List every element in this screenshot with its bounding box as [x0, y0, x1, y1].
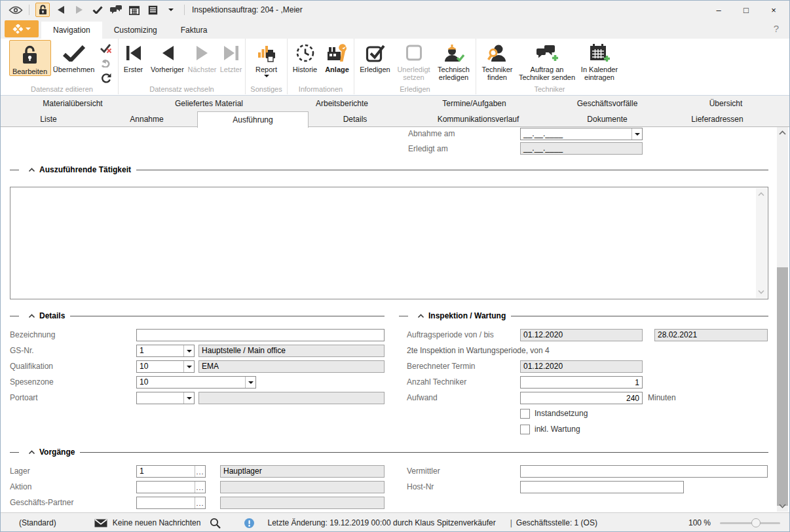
- tab-annahme[interactable]: Annahme: [96, 111, 197, 127]
- zoom-slider[interactable]: [720, 518, 780, 527]
- auftrag-senden-button[interactable]: Auftrag an Techniker senden: [516, 39, 578, 81]
- scrollbar-thumb[interactable]: [777, 267, 788, 506]
- messages-icon[interactable]: [109, 3, 123, 17]
- inkl-wartung-checkbox[interactable]: [520, 425, 530, 434]
- more-commands-icon[interactable]: [164, 3, 178, 17]
- abnahme-dropdown-button[interactable]: [631, 128, 642, 140]
- qualifikation-value: 10: [137, 361, 183, 372]
- vertical-scrollbar[interactable]: [777, 127, 788, 512]
- tab-uebersicht[interactable]: Übersicht: [677, 96, 775, 111]
- calendar-icon[interactable]: [127, 3, 141, 17]
- tab-geschaeftsvorfaelle[interactable]: Geschäftsvorfälle: [538, 96, 677, 111]
- kalender-eintragen-label: In Kalender eintragen: [578, 66, 621, 81]
- bearbeiten-button[interactable]: Bearbeiten: [9, 40, 51, 76]
- abnahme-am-label: Abnahme am: [408, 128, 455, 140]
- scrollbar-up-icon[interactable]: [779, 130, 786, 136]
- partner-browse-button[interactable]: ...: [195, 497, 205, 508]
- tab-arbeitsberichte[interactable]: Arbeitsberichte: [273, 96, 411, 111]
- report-icon: [257, 41, 276, 66]
- group-label: Datensatz editieren: [6, 85, 118, 93]
- help-icon[interactable]: ?: [774, 23, 779, 34]
- scroll-down-icon[interactable]: [758, 290, 764, 294]
- search-icon[interactable]: [210, 518, 221, 529]
- abnahme-am-value: __.__.____: [521, 128, 631, 140]
- tab-geliefertes-material[interactable]: Geliefertes Material: [145, 96, 273, 111]
- spesenzone-dropdown-button[interactable]: [245, 377, 255, 388]
- kalender-eintragen-button[interactable]: In Kalender eintragen: [578, 39, 621, 81]
- erledigen-button[interactable]: Erledigen: [356, 39, 394, 73]
- lager-lookup[interactable]: 1 ...: [136, 465, 206, 478]
- spesenzone-combo[interactable]: 10: [136, 376, 256, 389]
- check-icon[interactable]: [90, 3, 105, 17]
- tab-materialuebersicht[interactable]: Materialübersicht: [1, 96, 145, 111]
- minimize-button[interactable]: –: [709, 5, 728, 15]
- tab-termine-aufgaben[interactable]: Termine/Aufgaben: [411, 96, 538, 111]
- collapse-chevron-icon[interactable]: [28, 314, 35, 318]
- eye-icon[interactable]: [9, 3, 23, 17]
- bearbeiten-label: Bearbeiten: [12, 67, 47, 75]
- textarea-scrollbar[interactable]: [756, 188, 767, 298]
- abnahme-am-field[interactable]: __.__.____: [520, 128, 643, 140]
- slider-track[interactable]: [720, 522, 780, 524]
- erster-button[interactable]: Erster: [119, 39, 148, 73]
- tab-kommunikationsverlauf[interactable]: Kommunikationsverlauf: [402, 111, 555, 127]
- aktion-lookup[interactable]: ...: [136, 481, 206, 493]
- last-change-status: Letzte Änderung: 19.12.2019 00:00 durch …: [267, 518, 495, 527]
- chevron-down-icon: [187, 366, 192, 368]
- collapse-chevron-icon[interactable]: [28, 450, 35, 455]
- apply-close-icon[interactable]: [99, 42, 113, 54]
- back-icon[interactable]: [54, 3, 68, 17]
- historie-button[interactable]: Historie: [289, 39, 322, 73]
- host-nr-input[interactable]: [520, 481, 684, 493]
- close-button[interactable]: ×: [764, 5, 783, 15]
- technisch-erledigen-button[interactable]: Technisch erledigen: [434, 39, 474, 81]
- instandsetzung-checkbox[interactable]: [520, 409, 530, 419]
- slider-thumb[interactable]: [751, 518, 761, 527]
- tab-dokumente[interactable]: Dokumente: [555, 111, 660, 127]
- portoart-dropdown-button[interactable]: [183, 392, 194, 404]
- report-button[interactable]: Report: [248, 39, 285, 77]
- tab-ausfuehrung[interactable]: Ausführung: [197, 111, 309, 128]
- unerledigt-setzen-button: Unerledigt setzen: [394, 39, 434, 81]
- uebernehmen-button[interactable]: Übernehmen: [51, 39, 97, 73]
- app-menu-button[interactable]: [5, 20, 39, 37]
- ribbon-tab-customizing[interactable]: Customizing: [102, 22, 169, 39]
- gsnr-dropdown-button[interactable]: [183, 345, 194, 356]
- lager-browse-button[interactable]: ...: [195, 466, 205, 477]
- aufwand-input[interactable]: [520, 392, 643, 404]
- aktion-browse-button[interactable]: ...: [195, 482, 205, 493]
- tab-lieferadressen[interactable]: Lieferadressen: [660, 111, 775, 127]
- lock-icon[interactable]: [35, 3, 50, 17]
- gsnr-text-field: Hauptstelle / Main office: [198, 345, 385, 357]
- info-icon[interactable]: [244, 518, 254, 528]
- tab-liste[interactable]: Liste: [1, 111, 96, 127]
- form-icon[interactable]: [145, 3, 160, 17]
- group-label: Sonstiges: [246, 85, 287, 93]
- ribbon-tab-navigation[interactable]: Navigation: [41, 22, 102, 39]
- collapse-chevron-icon[interactable]: [28, 168, 35, 172]
- ribbon-tab-faktura[interactable]: Faktura: [169, 22, 219, 39]
- erledigen-label: Erledigen: [360, 66, 390, 73]
- section-title: Inspektion / Wartung: [428, 311, 506, 320]
- vermittler-input[interactable]: [520, 465, 768, 478]
- erledigt-am-field: __.__.____: [520, 142, 643, 155]
- collapse-chevron-icon[interactable]: [417, 314, 424, 318]
- anzahl-techniker-input[interactable]: [520, 376, 643, 389]
- qualifikation-combo[interactable]: 10: [136, 360, 195, 373]
- scrollbar-down-icon[interactable]: [779, 503, 786, 508]
- scroll-up-icon[interactable]: [758, 192, 764, 197]
- refresh-icon[interactable]: [99, 72, 113, 85]
- maximize-button[interactable]: □: [737, 5, 755, 15]
- bezeichnung-input[interactable]: [136, 329, 385, 341]
- qualifikation-dropdown-button[interactable]: [183, 361, 194, 372]
- techniker-finden-button[interactable]: Techniker finden: [478, 39, 516, 81]
- taetigkeit-textarea[interactable]: [10, 187, 768, 299]
- vorheriger-button[interactable]: Vorheriger: [148, 39, 187, 73]
- portoart-combo[interactable]: [136, 392, 195, 404]
- gsnr-combo[interactable]: 1: [136, 345, 195, 357]
- tab-details[interactable]: Details: [309, 111, 402, 127]
- partner-lookup[interactable]: ...: [136, 497, 206, 509]
- page-tabs-row1: Materialübersicht Geliefertes Material A…: [1, 96, 789, 111]
- application-window: Inspektionsauftrag: 204 - ,Meier – □ × N…: [0, 0, 790, 532]
- anlage-button[interactable]: Anlage: [322, 39, 353, 73]
